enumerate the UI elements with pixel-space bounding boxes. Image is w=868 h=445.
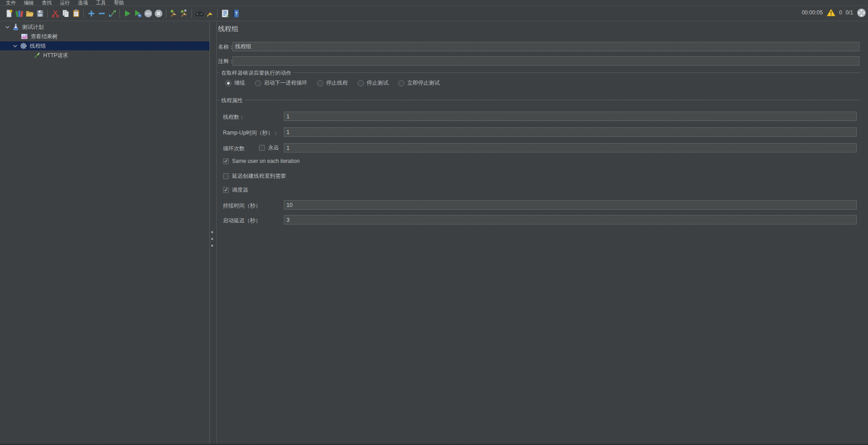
radio-dot — [358, 80, 364, 86]
save-icon[interactable] — [35, 9, 45, 18]
scheduler-checkbox[interactable]: 调度器 — [223, 186, 248, 194]
thread-properties-group: 线程属性 线程数： Ramp-Up时间（秒）： 循环次数 永远 Same use… — [217, 100, 860, 233]
num-threads-label: 线程数： — [223, 113, 245, 121]
tree-item-label: 线程组 — [30, 42, 46, 50]
error-action-group: 在取样器错误后要执行的动作 继续 启动下一进程循环 停止线程 停止测试 立即停止… — [217, 72, 860, 94]
tree-item-label: 测试计划 — [22, 23, 44, 31]
menu-tools[interactable]: 工具 — [92, 0, 110, 5]
menu-search[interactable]: 查找 — [38, 0, 56, 5]
active-threads: 0/1 — [845, 9, 853, 16]
open-file-icon[interactable] — [24, 9, 35, 18]
name-label: 名称： — [218, 43, 234, 51]
radio-stop-thread[interactable]: 停止线程 — [317, 79, 348, 87]
help-icon[interactable]: ? — [230, 9, 241, 18]
shutdown-icon[interactable] — [153, 9, 164, 18]
toolbar: STOP ? — [0, 6, 868, 21]
toolbar-separator — [119, 9, 120, 18]
delayed-start-label: 延迟创建线程直到需要 — [232, 172, 286, 180]
tree-item-test-plan[interactable]: 测试计划 — [0, 22, 209, 31]
start-icon[interactable] — [122, 9, 132, 18]
menu-run[interactable]: 运行 — [56, 0, 74, 5]
search-reset-icon[interactable] — [205, 9, 215, 18]
checkbox-box — [259, 145, 265, 151]
comments-label: 注释： — [218, 58, 234, 65]
splitter-grip[interactable] — [210, 231, 214, 247]
radio-label: 立即停止测试 — [407, 79, 440, 87]
chevron-down-icon[interactable] — [12, 43, 18, 49]
radio-label: 停止测试 — [367, 79, 388, 87]
menu-help[interactable]: 帮助 — [110, 0, 128, 5]
radio-stop-test[interactable]: 停止测试 — [358, 79, 388, 87]
tree-item-label: 查看结果树 — [31, 33, 58, 40]
error-action-legend: 在取样器错误后要执行的动作 — [219, 69, 293, 77]
new-file-icon[interactable] — [4, 9, 14, 18]
splitter-line — [209, 21, 210, 444]
radio-continue[interactable]: 继续 — [225, 79, 245, 87]
page-title: 线程组 — [218, 25, 238, 33]
search-icon[interactable] — [194, 9, 205, 18]
loop-count-label: 循环次数 — [223, 145, 245, 153]
radio-label: 继续 — [234, 79, 245, 87]
templates-icon[interactable] — [14, 9, 24, 18]
radio-dot — [317, 80, 323, 86]
same-user-checkbox[interactable]: Same user on each iteration — [223, 158, 300, 164]
remove-element-icon[interactable] — [96, 9, 107, 18]
comments-input[interactable] — [232, 56, 859, 66]
radio-label: 停止线程 — [326, 79, 348, 87]
radio-dot — [225, 80, 232, 86]
tree-item-results-tree[interactable]: 查看结果树 — [0, 32, 209, 41]
tree-item-label: HTTP请求 — [43, 52, 68, 59]
test-plan-icon — [12, 23, 19, 31]
name-input[interactable] — [232, 42, 859, 51]
duration-input[interactable] — [284, 200, 857, 210]
radio-label: 启动下一进程循环 — [264, 79, 307, 87]
thread-group-icon — [20, 42, 27, 49]
add-element-icon[interactable] — [86, 9, 96, 18]
tree-item-thread-group[interactable]: 线程组 — [0, 41, 209, 50]
chevron-down-icon[interactable] — [5, 24, 10, 30]
radio-start-next-loop[interactable]: 启动下一进程循环 — [255, 79, 307, 87]
start-no-timers-icon[interactable] — [132, 9, 143, 18]
checkbox-box — [223, 158, 229, 164]
loop-count-input[interactable] — [284, 143, 857, 153]
delayed-start-checkbox[interactable]: 延迟创建线程直到需要 — [223, 172, 286, 180]
infinite-checkbox[interactable]: 永远 — [259, 144, 279, 152]
thread-properties-legend: 线程属性 — [219, 97, 245, 104]
cut-icon[interactable] — [50, 9, 60, 18]
radio-dot — [255, 80, 261, 86]
tree-item-http-request[interactable]: HTTP请求 — [0, 51, 209, 60]
radio-stop-test-now[interactable]: 立即停止测试 — [398, 79, 440, 87]
checkbox-box — [223, 173, 229, 179]
results-tree-icon — [21, 33, 28, 40]
warning-count: 0 — [839, 9, 842, 16]
checkbox-box — [223, 187, 229, 193]
test-plan-tree: 测试计划 查看结果树 线程组 HTTP请求 — [0, 21, 209, 444]
function-helper-icon[interactable] — [220, 9, 230, 18]
toolbar-separator — [191, 9, 192, 18]
toolbar-separator — [166, 9, 166, 18]
clear-all-icon[interactable] — [179, 9, 189, 18]
stop-icon[interactable]: STOP — [143, 9, 153, 18]
move-element-icon[interactable] — [107, 9, 117, 18]
paste-icon[interactable] — [71, 9, 81, 18]
svg-text:STOP: STOP — [145, 13, 151, 15]
threads-indicator-icon — [857, 8, 866, 18]
scheduler-label: 调度器 — [232, 186, 248, 194]
copy-icon[interactable] — [60, 9, 71, 18]
duration-label: 持续时间（秒） — [223, 202, 261, 210]
thread-group-panel: 线程组 名称： 注释： 在取样器错误后要执行的动作 继续 启动下一进程循环 停止… — [217, 21, 868, 444]
menu-options[interactable]: 选项 — [74, 0, 92, 5]
menu-bar: 文件 编辑 查找 运行 选项 工具 帮助 — [0, 0, 868, 6]
ramp-up-input[interactable] — [284, 127, 857, 137]
warning-icon[interactable] — [827, 9, 836, 17]
radio-dot — [398, 80, 404, 86]
startup-delay-input[interactable] — [284, 215, 857, 225]
toolbar-separator — [47, 9, 48, 18]
menu-file[interactable]: 文件 — [2, 0, 20, 5]
menu-edit[interactable]: 编辑 — [20, 0, 38, 5]
num-threads-input[interactable] — [284, 112, 857, 121]
same-user-label: Same user on each iteration — [232, 158, 300, 164]
infinite-label: 永远 — [268, 144, 279, 152]
clear-icon[interactable] — [168, 9, 179, 18]
toolbar-separator — [217, 9, 218, 18]
